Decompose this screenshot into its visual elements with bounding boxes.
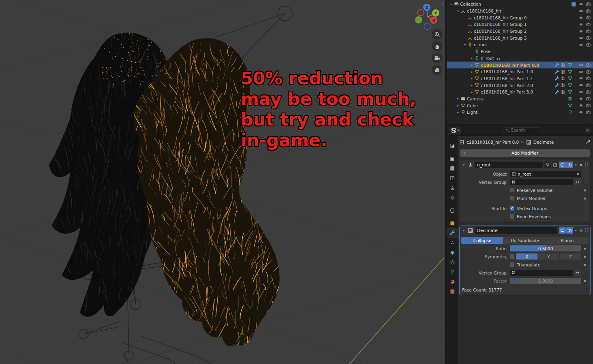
object-field[interactable]: n_root ✕: [510, 171, 581, 177]
properties-tab-physics[interactable]: ◉: [447, 247, 458, 257]
armature-modifier-header[interactable]: ▾ n_root ▾ ✕: [460, 160, 590, 169]
pan-hand-button[interactable]: [432, 41, 442, 51]
eye-visibility-icon[interactable]: [578, 76, 584, 81]
eye-visibility-icon[interactable]: [578, 96, 584, 101]
close-icon[interactable]: ✕: [580, 163, 583, 167]
pin-icon[interactable]: [585, 139, 591, 145]
eye-visibility-icon[interactable]: [578, 29, 584, 34]
vertex-group-field[interactable]: [510, 179, 573, 185]
chevron-down-icon[interactable]: ▾: [456, 9, 460, 13]
collection-exclude-checkbox[interactable]: ✓: [572, 2, 576, 6]
eye-visibility-icon[interactable]: [578, 89, 584, 95]
camera-visibility-icon[interactable]: [586, 62, 591, 68]
properties-tab-world[interactable]: ◍: [447, 192, 458, 202]
symmetry-axis-x[interactable]: X: [516, 253, 537, 260]
properties-tab-texture[interactable]: ▦: [447, 286, 458, 296]
properties-tab-constraints[interactable]: ◎: [447, 257, 458, 267]
show-in-render-toggle[interactable]: [566, 162, 573, 168]
chevron-right-icon[interactable]: ▸: [469, 63, 474, 67]
drag-handle[interactable]: [584, 162, 589, 168]
camera-visibility-icon[interactable]: [586, 96, 591, 101]
breadcrumb-object[interactable]: c1801h0168_hir Part 0.0: [467, 140, 519, 145]
camera-visibility-icon[interactable]: [586, 76, 591, 81]
gizmo-minus-x[interactable]: [417, 9, 424, 16]
camera-visibility-icon[interactable]: [586, 35, 591, 40]
outliner-row-c1801h0168-hir-group-1[interactable]: c1801h0168_hir Group 1: [447, 21, 593, 28]
eye-visibility-icon[interactable]: [578, 69, 584, 75]
armature-modifier-name-field[interactable]: n_root: [475, 162, 543, 168]
chevron-right-icon[interactable]: ▸: [469, 70, 474, 74]
show-in-viewport-toggle[interactable]: [559, 162, 566, 168]
properties-tab-material[interactable]: ◕: [447, 277, 458, 286]
properties-tab-scene[interactable]: ◬: [447, 183, 458, 192]
camera-visibility-icon[interactable]: [586, 42, 591, 47]
breadcrumb-modifier[interactable]: Decimate: [533, 140, 554, 145]
edit-mode-display-toggle[interactable]: [544, 162, 551, 168]
chevron-down-icon[interactable]: ▾: [461, 229, 466, 232]
camera-visibility-icon[interactable]: [586, 22, 591, 27]
orthographic-toggle-button[interactable]: [432, 64, 442, 75]
outliner-row-c1801h0168-hir-part-1-1[interactable]: ▸c1801h0168_hir Part 1.1: [447, 75, 593, 82]
tab-planar[interactable]: Planar: [546, 237, 589, 244]
outliner-row-c1801h0168-hir-group-2[interactable]: c1801h0168_hir Group 2: [447, 28, 593, 35]
outliner-row-c1801h0168-hir-part-0-0[interactable]: ▸c1801h0168_hir Part 0.0: [447, 62, 593, 68]
symmetry-checkbox[interactable]: [510, 254, 514, 259]
properties-tab-render[interactable]: ▣: [447, 153, 458, 163]
show-in-render-toggle[interactable]: [566, 227, 573, 234]
vertex-group-field[interactable]: [510, 270, 573, 276]
eye-visibility-icon[interactable]: [578, 103, 584, 108]
vertex-groups-checkbox[interactable]: ✓: [510, 206, 514, 211]
camera-visibility-icon[interactable]: [586, 103, 591, 108]
outliner-row-n-root[interactable]: ▸n_root11: [447, 55, 593, 62]
symmetry-axis-y[interactable]: Y: [538, 253, 559, 260]
eye-visibility-icon[interactable]: [578, 62, 584, 68]
outliner-row-pose[interactable]: Pose: [447, 48, 593, 55]
invert-vertex-group-button[interactable]: ↔: [574, 179, 581, 185]
gizmo-minus-y[interactable]: [415, 16, 422, 23]
add-modifier-button[interactable]: + Add Modifier: [460, 149, 590, 157]
camera-visibility-icon[interactable]: [586, 15, 591, 20]
outliner-row-light[interactable]: ▸Light: [447, 109, 593, 116]
eye-visibility-icon[interactable]: [578, 35, 584, 40]
filter-dropdown-button[interactable]: ▾: [585, 128, 591, 133]
chevron-right-icon[interactable]: ▸: [469, 83, 474, 87]
3d-viewport[interactable]: 50% reduction may be too much, but try a…: [0, 0, 445, 364]
navigation-gizmo[interactable]: Z Y X: [412, 1, 441, 32]
search-input[interactable]: Search: [503, 127, 542, 133]
outliner-row-collection[interactable]: ▾Collection✓: [447, 1, 593, 8]
eye-visibility-icon[interactable]: [578, 83, 584, 88]
properties-tab-object-data[interactable]: ▽: [447, 267, 458, 277]
chevron-down-icon[interactable]: ▾: [461, 163, 466, 167]
editor-type-button[interactable]: ▾: [450, 127, 461, 134]
factor-slider[interactable]: 1.0000: [510, 278, 581, 284]
properties-tab-collection[interactable]: ▢: [447, 205, 458, 215]
decimate-modifier-name-field[interactable]: Decimate: [475, 227, 557, 234]
multi-modifier-checkbox[interactable]: [510, 196, 514, 200]
eye-visibility-icon[interactable]: [578, 22, 584, 27]
camera-visibility-icon[interactable]: [586, 83, 591, 88]
zoom-button[interactable]: [432, 29, 442, 40]
outliner-row-c1801h0168-hir-part-3-0[interactable]: ▸c1801h0168_hir Part 3.0: [447, 89, 593, 96]
camera-visibility-icon[interactable]: [586, 110, 591, 115]
eye-visibility-icon[interactable]: [578, 9, 584, 14]
camera-visibility-icon[interactable]: [586, 89, 591, 95]
eye-visibility-icon[interactable]: [578, 2, 584, 7]
outliner-row-c1801h0168-hir-part-2-0[interactable]: ▸c1801h0168_hir Part 2.0: [447, 82, 593, 89]
close-icon[interactable]: ✕: [580, 228, 583, 233]
properties-tab-object[interactable]: ■: [447, 218, 458, 228]
symmetry-axis-z[interactable]: Z: [560, 253, 581, 260]
bone-envelopes-checkbox[interactable]: [510, 214, 514, 219]
outliner-row-c1801h0168-hir[interactable]: ▾c1801h0168_hir: [447, 8, 593, 15]
eye-visibility-icon[interactable]: [578, 15, 584, 20]
outliner-row-c1801h0168-hir-group-0[interactable]: c1801h0168_hir Group 0: [447, 14, 593, 21]
on-cage-toggle[interactable]: [552, 162, 559, 168]
chevron-right-icon[interactable]: ▸: [469, 90, 474, 94]
camera-view-button[interactable]: [432, 53, 442, 63]
triangulate-checkbox[interactable]: [510, 262, 514, 267]
outliner-row-cube[interactable]: ▸Cube: [447, 102, 593, 109]
chevron-down-icon[interactable]: ▾: [462, 43, 467, 47]
camera-visibility-icon[interactable]: [586, 9, 591, 14]
camera-visibility-icon[interactable]: [586, 29, 591, 34]
chevron-down-icon[interactable]: ▾: [449, 2, 454, 6]
modifier-extras-dropdown[interactable]: ▾: [574, 229, 578, 232]
